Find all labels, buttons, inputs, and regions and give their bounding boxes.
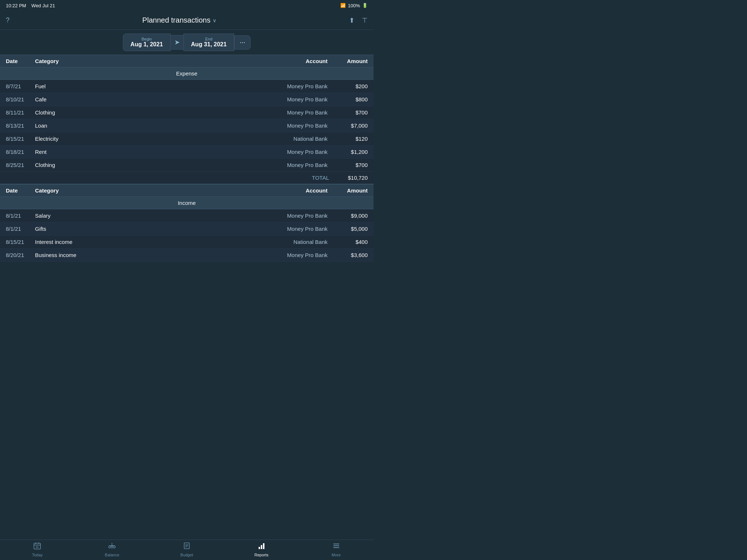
- table-row[interactable]: 8/18/21 Rent Money Pro Bank $1,200: [0, 145, 374, 159]
- income-row-account: Money Pro Bank: [276, 226, 328, 232]
- end-date-button[interactable]: End Aug 31, 2021: [183, 34, 235, 51]
- status-bar: 10:22 PM Wed Jul 21 📶 100% 🔋: [0, 0, 374, 11]
- time: 10:22 PM: [6, 3, 26, 8]
- income-table-header: Date Category Account Amount: [0, 184, 374, 197]
- expense-row-account: Money Pro Bank: [276, 122, 328, 129]
- income-row-account: National Bank: [276, 239, 328, 245]
- income-row-account: Money Pro Bank: [276, 213, 328, 219]
- expense-row-account: National Bank: [276, 136, 328, 142]
- expense-row-category: Fuel: [35, 83, 276, 89]
- expense-header-category: Category: [35, 58, 276, 64]
- income-header-amount: Amount: [328, 187, 368, 194]
- wifi-icon: 📶: [340, 3, 346, 8]
- help-button[interactable]: ?: [6, 16, 9, 24]
- expense-row-amount: $700: [328, 109, 368, 116]
- income-row-account: Money Pro Bank: [276, 252, 328, 258]
- table-row[interactable]: 8/11/21 Clothing Money Pro Bank $700: [0, 106, 374, 119]
- battery-percent: 100%: [348, 3, 360, 8]
- expense-row-amount: $700: [328, 162, 368, 168]
- expense-row-account: Money Pro Bank: [276, 162, 328, 168]
- expense-row-category: Cafe: [35, 96, 276, 102]
- table-row[interactable]: 8/15/21 Interest income National Bank $4…: [0, 236, 374, 249]
- filter-button[interactable]: ⊤: [362, 16, 368, 24]
- income-row-category: Salary: [35, 213, 276, 219]
- expense-row-amount: $800: [328, 96, 368, 102]
- income-header-account: Account: [276, 187, 328, 194]
- income-row-amount: $3,600: [328, 252, 368, 258]
- expense-row-account: Money Pro Bank: [276, 109, 328, 116]
- expense-total-row: TOTAL $10,720: [0, 172, 374, 184]
- table-row[interactable]: 8/1/21 Salary Money Pro Bank $9,000: [0, 209, 374, 222]
- share-button[interactable]: ⬆: [349, 16, 355, 24]
- table-row[interactable]: 8/1/21 Gifts Money Pro Bank $5,000: [0, 222, 374, 236]
- expense-row-category: Rent: [35, 149, 276, 155]
- income-row-date: 8/20/21: [6, 252, 35, 258]
- expense-row-category: Clothing: [35, 162, 276, 168]
- income-row-category: Business income: [35, 252, 276, 258]
- income-section-title: Income: [0, 197, 374, 209]
- table-row[interactable]: 8/10/21 Cafe Money Pro Bank $800: [0, 93, 374, 106]
- expense-table-header: Date Category Account Amount: [0, 55, 374, 67]
- page-title: Planned transactions ∨: [142, 16, 216, 24]
- income-header-date: Date: [6, 187, 35, 194]
- expense-row-date: 8/11/21: [6, 109, 35, 116]
- expense-row-date: 8/7/21: [6, 83, 35, 89]
- expense-total-value: $10,720: [335, 175, 368, 181]
- expense-row-amount: $1,200: [328, 149, 368, 155]
- status-time: 10:22 PM Wed Jul 21: [6, 3, 55, 8]
- expense-row-category: Clothing: [35, 109, 276, 116]
- expense-row-category: Loan: [35, 122, 276, 129]
- begin-date-button[interactable]: Begin Aug 1, 2021: [123, 34, 171, 51]
- date: Wed Jul 21: [31, 3, 55, 8]
- table-row[interactable]: 8/20/21 Business income Money Pro Bank $…: [0, 249, 374, 262]
- date-arrow-icon: ➤: [171, 35, 183, 50]
- income-row-date: 8/15/21: [6, 239, 35, 245]
- expense-row-date: 8/10/21: [6, 96, 35, 102]
- status-right: 📶 100% 🔋: [340, 3, 368, 8]
- expense-row-date: 8/13/21: [6, 122, 35, 129]
- expense-row-amount: $7,000: [328, 122, 368, 129]
- income-row-amount: $5,000: [328, 226, 368, 232]
- expense-row-date: 8/18/21: [6, 149, 35, 155]
- date-range-selector: Begin Aug 1, 2021 ➤ End Aug 31, 2021 ···: [0, 30, 374, 55]
- main-content: Date Category Account Amount Expense 8/7…: [0, 55, 374, 262]
- chevron-down-icon[interactable]: ∨: [213, 18, 216, 23]
- date-more-button[interactable]: ···: [234, 35, 251, 50]
- income-row-date: 8/1/21: [6, 213, 35, 219]
- battery-icon: 🔋: [362, 3, 368, 8]
- expense-row-date: 8/15/21: [6, 136, 35, 142]
- income-row-category: Gifts: [35, 226, 276, 232]
- expense-row-amount: $120: [328, 136, 368, 142]
- income-row-category: Interest income: [35, 239, 276, 245]
- table-row[interactable]: 8/13/21 Loan Money Pro Bank $7,000: [0, 119, 374, 132]
- expense-row-date: 8/25/21: [6, 162, 35, 168]
- expense-row-account: Money Pro Bank: [276, 96, 328, 102]
- expense-section-title: Expense: [0, 67, 374, 80]
- expense-row-account: Money Pro Bank: [276, 83, 328, 89]
- expense-section: Date Category Account Amount Expense 8/7…: [0, 55, 374, 184]
- top-nav: ? Planned transactions ∨ ⬆ ⊤: [0, 11, 374, 30]
- expense-row-account: Money Pro Bank: [276, 149, 328, 155]
- nav-actions: ⬆ ⊤: [349, 16, 368, 24]
- expense-header-amount: Amount: [328, 58, 368, 64]
- income-section: Date Category Account Amount Income 8/1/…: [0, 184, 374, 262]
- income-row-date: 8/1/21: [6, 226, 35, 232]
- expense-row-category: Electricity: [35, 136, 276, 142]
- income-row-amount: $9,000: [328, 213, 368, 219]
- expense-header-date: Date: [6, 58, 35, 64]
- expense-header-account: Account: [276, 58, 328, 64]
- income-header-category: Category: [35, 187, 276, 194]
- expense-total-label: TOTAL: [312, 175, 329, 181]
- table-row[interactable]: 8/15/21 Electricity National Bank $120: [0, 132, 374, 145]
- expense-row-amount: $200: [328, 83, 368, 89]
- table-row[interactable]: 8/25/21 Clothing Money Pro Bank $700: [0, 159, 374, 172]
- table-row[interactable]: 8/7/21 Fuel Money Pro Bank $200: [0, 80, 374, 93]
- income-row-amount: $400: [328, 239, 368, 245]
